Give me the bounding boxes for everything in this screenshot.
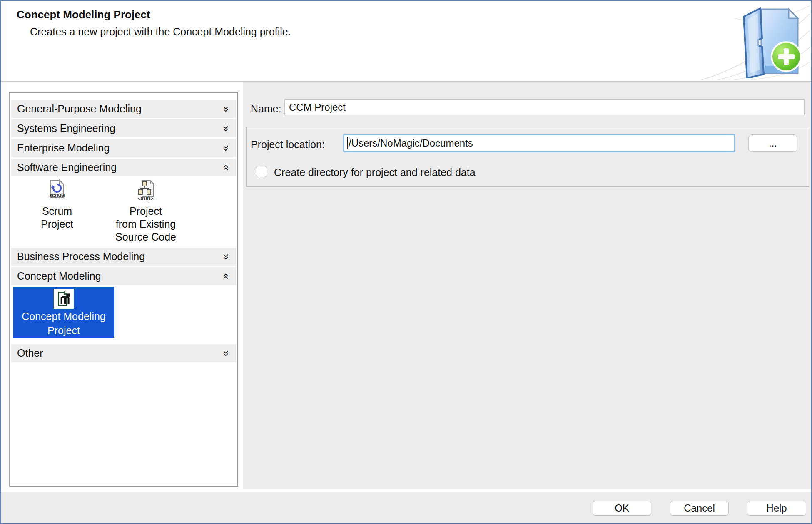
sidebar-section-business-process-modeling[interactable]: Business Process Modeling »: [11, 248, 236, 266]
browse-button[interactable]: ...: [748, 134, 797, 152]
svg-text:SCRUM: SCRUM: [50, 194, 65, 198]
item-label-line: Source Code: [104, 231, 187, 243]
section-label: Systems Engineering: [17, 122, 115, 134]
source-code-document-icon: <0101>: [135, 179, 156, 202]
concept-modeling-project-icon: [54, 289, 74, 309]
dialog-footer: OK Cancel Help: [1, 492, 811, 523]
project-location-label: Project location:: [251, 139, 325, 151]
item-label-line: from Existing: [104, 218, 187, 231]
name-label: Name:: [251, 103, 281, 115]
sidebar-section-systems-engineering[interactable]: Systems Engineering »: [11, 119, 236, 137]
item-scrum-project[interactable]: SCRUM Scrum Project: [22, 179, 92, 231]
sidebar-section-concept-modeling[interactable]: Concept Modeling «: [11, 267, 236, 285]
item-label-line: Concept Modeling: [13, 310, 114, 323]
double-chevron-up-icon[interactable]: «: [221, 273, 232, 279]
item-project-from-existing-source-code[interactable]: <0101> Project from Existing Source Code: [104, 179, 187, 243]
svg-text:<0101>: <0101>: [138, 196, 153, 201]
page-subtitle: Creates a new project with the Concept M…: [30, 26, 291, 38]
sidebar-section-general-purpose-modeling[interactable]: General-Purpose Modeling »: [11, 100, 236, 118]
create-directory-checkbox[interactable]: [256, 166, 267, 177]
section-label: Software Engineering: [17, 161, 117, 174]
section-label: Other: [17, 347, 43, 359]
sidebar-section-software-engineering[interactable]: Software Engineering «: [11, 159, 236, 176]
project-location-input[interactable]: /Users/NoMagic/Documents: [343, 134, 735, 152]
double-chevron-down-icon[interactable]: »: [221, 106, 232, 112]
software-engineering-items: SCRUM Scrum Project <0101> P: [10, 179, 237, 243]
name-input[interactable]: [284, 99, 805, 115]
text-caret: [347, 137, 348, 149]
double-chevron-down-icon[interactable]: »: [221, 253, 232, 259]
new-project-folder-icon: [735, 3, 802, 78]
item-label-line: Project: [13, 324, 114, 337]
section-label: Concept Modeling: [17, 270, 101, 282]
sidebar-section-enterprise-modeling[interactable]: Enterprise Modeling »: [11, 139, 236, 157]
page-title: Concept Modeling Project: [17, 8, 150, 21]
project-location-value: /Users/NoMagic/Documents: [349, 137, 473, 149]
ok-button[interactable]: OK: [593, 501, 651, 516]
sidebar-section-other[interactable]: Other »: [11, 344, 236, 362]
double-chevron-down-icon[interactable]: »: [221, 125, 232, 131]
new-project-dialog: Concept Modeling Project Creates a new p…: [0, 0, 812, 524]
section-label: Enterprise Modeling: [17, 142, 110, 154]
scrum-document-icon: SCRUM: [48, 179, 66, 202]
item-label-line: Scrum: [22, 205, 92, 218]
double-chevron-up-icon[interactable]: «: [221, 164, 232, 170]
double-chevron-down-icon[interactable]: »: [221, 350, 232, 356]
project-type-panel: General-Purpose Modeling » Systems Engin…: [9, 92, 238, 487]
double-chevron-down-icon[interactable]: »: [221, 145, 232, 151]
dialog-header: Concept Modeling Project Creates a new p…: [1, 1, 811, 82]
item-label-line: Project: [104, 205, 187, 218]
section-label: Business Process Modeling: [17, 251, 145, 263]
item-concept-modeling-project-selected[interactable]: Concept Modeling Project: [13, 287, 114, 338]
create-directory-label: Create directory for project and related…: [274, 166, 476, 179]
item-label-line: Project: [22, 218, 92, 231]
cancel-button[interactable]: Cancel: [670, 501, 729, 516]
section-label: General-Purpose Modeling: [17, 103, 142, 115]
help-button[interactable]: Help: [747, 501, 806, 516]
